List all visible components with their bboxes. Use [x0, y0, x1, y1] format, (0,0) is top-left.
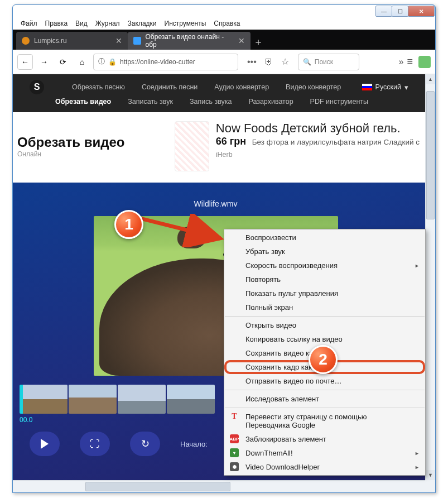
- menu-edit[interactable]: Правка: [42, 18, 71, 28]
- page-title: Обрезать видео: [17, 135, 124, 150]
- menu-bookmarks[interactable]: Закладки: [124, 18, 160, 28]
- tab-strip: Lumpics.ru ✕ Обрезать видео онлайн - обр…: [13, 30, 435, 50]
- menu-help[interactable]: Справка: [210, 18, 243, 28]
- context-menu-item[interactable]: DownThemAll!▾: [224, 446, 425, 460]
- context-menu-item-icon: ⬢: [230, 462, 239, 471]
- nav-video-conv[interactable]: Видео конвертер: [286, 83, 341, 91]
- crop-button[interactable]: ⛶: [80, 432, 110, 456]
- forward-button[interactable]: →: [36, 54, 52, 70]
- video-filename: Wildlife.wmv: [13, 199, 418, 208]
- back-button[interactable]: ←: [17, 54, 33, 70]
- overflow-icon[interactable]: »: [399, 57, 404, 67]
- shield-icon[interactable]: ⛨: [264, 57, 273, 67]
- start-label: Начало:: [180, 440, 208, 448]
- info-icon[interactable]: ⓘ: [98, 57, 105, 66]
- timeline-thumb[interactable]: [69, 385, 117, 414]
- tab-lumpics[interactable]: Lumpics.ru ✕: [16, 32, 128, 50]
- ad-image: [175, 121, 209, 171]
- timeline-thumb[interactable]: [118, 385, 166, 414]
- timeline-thumb[interactable]: [167, 385, 215, 414]
- menubar: Файл Правка Вид Журнал Закладки Инструме…: [13, 17, 435, 30]
- minimize-button[interactable]: —: [375, 6, 392, 17]
- context-menu-item[interactable]: Воспроизвести: [224, 231, 425, 245]
- rotate-button[interactable]: ↻: [130, 432, 160, 456]
- nav-audio-conv[interactable]: Аудио конвертер: [214, 83, 269, 91]
- nav-join-songs[interactable]: Соединить песни: [142, 83, 197, 91]
- scroll-thumb[interactable]: [85, 482, 230, 491]
- horizontal-scrollbar[interactable]: [13, 480, 425, 492]
- context-menu-item[interactable]: Повторять: [224, 272, 425, 286]
- context-menu-item[interactable]: Перевести эту страницу с помощью Перевод…: [224, 410, 425, 432]
- site-header: S Обрезать песню Соединить песни Аудио к…: [13, 74, 425, 112]
- ad-merchant: iHerb: [216, 151, 420, 159]
- nav-toolbar: ← → ⟳ ⌂ ⓘ 🔒 https://online-video-cutter …: [13, 50, 435, 74]
- context-menu-item-icon: ▾: [230, 448, 239, 457]
- scroll-up-icon[interactable]: ▲: [426, 74, 435, 84]
- hamburger-icon[interactable]: ≡: [407, 56, 413, 68]
- account-icon[interactable]: [418, 56, 431, 68]
- menu-file[interactable]: Файл: [17, 18, 41, 28]
- context-menu-item[interactable]: Исследовать элемент: [224, 392, 425, 406]
- tab-close-icon[interactable]: ✕: [115, 36, 122, 45]
- lock-icon: 🔒: [108, 58, 117, 66]
- menu-tools[interactable]: Инструменты: [161, 18, 210, 28]
- play-icon: [41, 439, 49, 449]
- close-button[interactable]: ✕: [408, 6, 435, 17]
- page-subtitle: Онлайн: [17, 150, 124, 158]
- tab-label: Lumpics.ru: [34, 37, 67, 45]
- addr-page-actions: ••• ⛨ ☆: [242, 56, 295, 67]
- chevron-down-icon: ▾: [404, 83, 408, 92]
- language-switcher[interactable]: Русский ▾: [362, 83, 408, 92]
- favicon-icon: [133, 37, 141, 45]
- search-placeholder: Поиск: [315, 58, 333, 66]
- tab-close-icon[interactable]: ✕: [238, 36, 245, 45]
- maximize-button[interactable]: ☐: [392, 6, 408, 17]
- context-menu-item[interactable]: Полный экран: [224, 300, 425, 314]
- search-bar[interactable]: 🔍 Поиск: [298, 54, 359, 70]
- context-menu-item[interactable]: Открыть видео: [224, 318, 425, 332]
- ellipsis-icon[interactable]: •••: [247, 57, 257, 67]
- nav-cut-video[interactable]: Обрезать видео: [55, 98, 111, 106]
- menu-history[interactable]: Журнал: [92, 18, 123, 28]
- search-icon: 🔍: [303, 58, 311, 66]
- ad-price: 66 грн: [216, 136, 246, 147]
- scroll-corner: [425, 480, 435, 492]
- flag-ru-icon: [362, 84, 372, 90]
- star-icon[interactable]: ☆: [281, 56, 289, 67]
- url-text: https://online-video-cutter: [120, 58, 195, 66]
- nav-record-sound[interactable]: Записать звук: [128, 98, 173, 106]
- play-button[interactable]: [30, 432, 60, 456]
- context-menu-item[interactable]: Отправить видео по почте…: [224, 374, 425, 388]
- context-menu-item[interactable]: Заблокировать элементABP: [224, 432, 425, 446]
- nav-pdf-tools[interactable]: PDF инструменты: [310, 98, 368, 106]
- site-logo[interactable]: S: [30, 80, 44, 94]
- reload-button[interactable]: ⟳: [55, 54, 71, 70]
- new-tab-button[interactable]: ＋: [251, 34, 266, 50]
- tab-label: Обрезать видео онлайн - обр: [146, 33, 234, 49]
- context-menu-item-icon: T: [230, 412, 239, 421]
- scroll-down-icon[interactable]: ▼: [426, 470, 435, 480]
- context-menu-separator: [225, 316, 425, 317]
- language-label: Русский: [375, 83, 401, 91]
- home-button[interactable]: ⌂: [74, 54, 90, 70]
- page-header-band: Обрезать видео Онлайн Now Foods Детский …: [13, 112, 425, 183]
- context-menu-item[interactable]: Скорость воспроизведения: [224, 258, 425, 272]
- ad-card[interactable]: Now Foods Детский зубной гель. 66 грн Бе…: [175, 121, 425, 171]
- annotation-badge-2: 2: [309, 345, 338, 374]
- annotation-badge-1: 1: [114, 210, 143, 239]
- nav-sound-recording[interactable]: Запись звука: [190, 98, 232, 106]
- favicon-icon: [22, 37, 30, 45]
- tab-video-cutter[interactable]: Обрезать видео онлайн - обр ✕: [128, 32, 251, 50]
- nav-cut-song[interactable]: Обрезать песню: [72, 83, 125, 91]
- timeline-thumb[interactable]: [20, 385, 68, 414]
- context-menu-separator: [225, 408, 425, 408]
- context-menu-item[interactable]: Копировать ссылку на видео: [224, 332, 425, 346]
- scroll-thumb[interactable]: [426, 91, 435, 219]
- context-menu-item[interactable]: Показать пульт управления: [224, 286, 425, 300]
- vertical-scrollbar[interactable]: ▲ ▼: [425, 74, 435, 480]
- context-menu-item[interactable]: Video DownloadHelper⬢: [224, 460, 425, 474]
- menu-view[interactable]: Вид: [72, 18, 91, 28]
- address-bar[interactable]: ⓘ 🔒 https://online-video-cutter: [93, 54, 238, 70]
- nav-unzip[interactable]: Разархиватор: [248, 98, 293, 106]
- context-menu-item[interactable]: Убрать звук: [224, 245, 425, 258]
